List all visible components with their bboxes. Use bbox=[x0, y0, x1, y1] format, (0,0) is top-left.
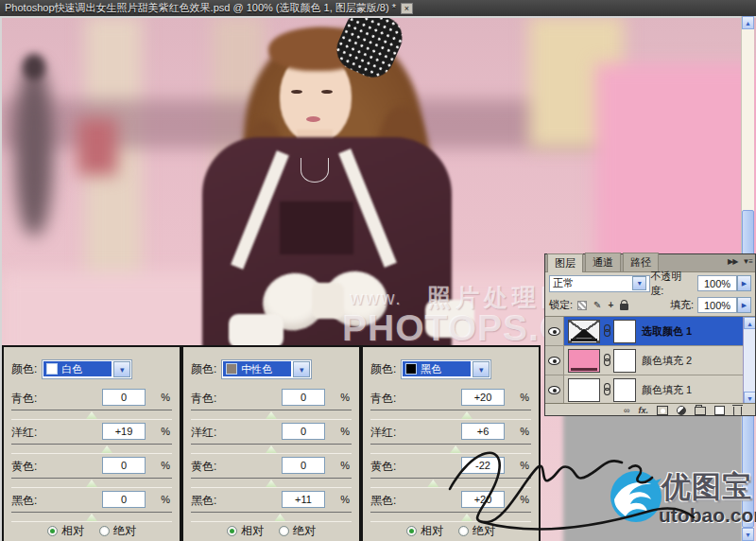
absolute-radio[interactable]: 绝对 bbox=[99, 523, 136, 539]
cyan-slider[interactable] bbox=[11, 410, 172, 420]
lock-paint-icon[interactable]: ✎ bbox=[593, 300, 601, 310]
slider-thumb[interactable] bbox=[86, 514, 97, 521]
percent-label: % bbox=[340, 426, 350, 437]
cyan-input[interactable] bbox=[282, 389, 325, 406]
tab-channels[interactable]: 通道 bbox=[585, 253, 621, 271]
canvas-top-edge bbox=[0, 16, 756, 18]
layers-scrollbar[interactable]: ▲ ▼ bbox=[743, 317, 755, 403]
radio-icon bbox=[99, 526, 110, 536]
layer-mask-thumbnail[interactable] bbox=[613, 378, 636, 402]
yellow-slider[interactable] bbox=[11, 478, 172, 488]
add-layer-mask-icon[interactable] bbox=[657, 406, 668, 415]
close-icon[interactable]: × bbox=[401, 3, 413, 14]
chevron-down-icon[interactable]: ▾ bbox=[632, 276, 646, 290]
black-input[interactable] bbox=[282, 491, 325, 508]
radio-selected-icon bbox=[406, 526, 417, 536]
selective-color-panel-whites: 颜色: 白色 ▾ 青色:% 洋红:% 黄色:% 黑色:% 相对 绝对 bbox=[2, 345, 181, 541]
slider-thumb[interactable] bbox=[266, 445, 277, 453]
slider-thumb[interactable] bbox=[427, 480, 438, 487]
opacity-value[interactable]: 100% bbox=[697, 275, 737, 291]
black-slider[interactable] bbox=[11, 512, 172, 522]
watermark-www: www. bbox=[350, 288, 403, 309]
slider-thumb[interactable] bbox=[86, 480, 97, 487]
photo-background-pink-wall bbox=[595, 63, 756, 281]
color-dropdown-selection: 中性色 bbox=[223, 361, 291, 376]
magenta-input[interactable] bbox=[282, 423, 325, 440]
link-layers-icon[interactable]: ∞ bbox=[624, 406, 629, 415]
color-dropdown-selection: 黑色 bbox=[403, 361, 471, 376]
yellow-label: 黄色: bbox=[11, 459, 37, 475]
visibility-toggle[interactable] bbox=[545, 346, 564, 375]
blend-mode-dropdown[interactable]: 正常 ▾ bbox=[549, 275, 650, 292]
lock-transparency-icon[interactable] bbox=[577, 301, 587, 310]
scroll-down-icon[interactable]: ▼ bbox=[744, 392, 755, 403]
layer-row-color-fill-1[interactable]: 颜色填充 1 bbox=[545, 375, 755, 403]
chevron-down-icon[interactable]: ▾ bbox=[472, 361, 490, 377]
chevron-down-icon[interactable]: ▾ bbox=[293, 361, 310, 377]
fill-value[interactable]: 100% bbox=[697, 297, 737, 313]
color-dropdown[interactable]: 黑色 ▾ bbox=[401, 359, 491, 379]
layer-style-icon[interactable]: fx. bbox=[638, 406, 648, 415]
slider-thumb[interactable] bbox=[274, 514, 285, 521]
slider-thumb[interactable] bbox=[266, 411, 277, 419]
signature-scribble bbox=[444, 430, 699, 539]
visibility-toggle[interactable] bbox=[545, 375, 564, 403]
layer-row-color-fill-2[interactable]: 颜色填充 2 bbox=[545, 346, 755, 375]
yellow-slider[interactable] bbox=[191, 478, 352, 488]
photo-woman-necklace bbox=[301, 158, 329, 183]
tab-layers[interactable]: 图层 bbox=[547, 253, 583, 272]
cyan-input[interactable] bbox=[102, 389, 146, 406]
photo-red-figure bbox=[77, 118, 117, 175]
relative-radio[interactable]: 相对 bbox=[47, 523, 84, 539]
cyan-slider[interactable] bbox=[191, 410, 352, 420]
yellow-input[interactable] bbox=[102, 457, 146, 474]
panel-menu-icon[interactable]: ▼≡ bbox=[742, 257, 752, 266]
relative-radio[interactable]: 相对 bbox=[227, 523, 264, 539]
visibility-toggle[interactable] bbox=[545, 317, 564, 345]
layer-row-selective-color[interactable]: 选取颜色 1 bbox=[545, 317, 755, 346]
scroll-up-icon[interactable]: ▲ bbox=[744, 317, 755, 329]
black-label: 黑色: bbox=[370, 493, 396, 509]
layer-mask-thumbnail[interactable] bbox=[613, 349, 636, 373]
magenta-slider[interactable] bbox=[11, 444, 172, 454]
relative-radio[interactable]: 相对 bbox=[406, 523, 443, 539]
slider-thumb[interactable] bbox=[461, 411, 472, 419]
magenta-slider[interactable] bbox=[191, 444, 352, 454]
scroll-up-icon[interactable]: ▲ bbox=[742, 16, 754, 29]
fill-spinner-icon[interactable]: ▶ bbox=[737, 297, 751, 313]
slider-thumb[interactable] bbox=[101, 445, 112, 453]
black-label: 黑色: bbox=[11, 493, 37, 509]
magenta-input[interactable] bbox=[102, 423, 146, 440]
chevron-down-icon[interactable]: ▾ bbox=[113, 361, 130, 377]
black-slider[interactable] bbox=[191, 512, 352, 522]
absolute-radio[interactable]: 绝对 bbox=[279, 523, 316, 539]
black-input[interactable] bbox=[102, 491, 146, 508]
new-adjustment-layer-icon[interactable] bbox=[677, 406, 686, 415]
new-group-icon[interactable] bbox=[695, 407, 706, 415]
document-title-bar[interactable]: Photoshop快速调出女生照片甜美紫红色效果.psd @ 100% (选取颜… bbox=[0, 0, 756, 16]
delete-layer-icon[interactable] bbox=[733, 407, 742, 416]
panel-expand-icon[interactable]: ▶▶ bbox=[728, 257, 737, 266]
yellow-input[interactable] bbox=[282, 457, 325, 474]
color-dropdown-selection: 白色 bbox=[43, 361, 112, 376]
layer-mask-thumbnail[interactable] bbox=[613, 320, 636, 343]
photo-woman-eye bbox=[321, 90, 333, 94]
photoshop-window: Photoshop快速调出女生照片甜美紫红色效果.psd @ 100% (选取颜… bbox=[0, 0, 756, 541]
adjustment-layer-thumbnail[interactable] bbox=[568, 320, 600, 343]
slider-thumb[interactable] bbox=[266, 480, 277, 487]
layer-name: 颜色填充 1 bbox=[642, 383, 692, 397]
color-dropdown[interactable]: 中性色 ▾ bbox=[221, 359, 312, 379]
radio-selected-icon bbox=[47, 526, 58, 536]
lock-all-icon[interactable] bbox=[620, 304, 628, 310]
percent-label: % bbox=[161, 460, 170, 471]
lock-move-icon[interactable]: + bbox=[608, 300, 613, 310]
slider-thumb[interactable] bbox=[86, 411, 97, 419]
fill-layer-thumbnail[interactable] bbox=[568, 349, 600, 373]
fill-layer-thumbnail[interactable] bbox=[568, 378, 600, 402]
mask-link-icon bbox=[603, 383, 610, 396]
cyan-slider[interactable] bbox=[370, 410, 531, 420]
new-layer-icon[interactable] bbox=[714, 406, 725, 415]
cyan-input[interactable] bbox=[461, 389, 505, 406]
opacity-spinner-icon[interactable]: ▶ bbox=[737, 275, 751, 291]
color-dropdown[interactable]: 白色 ▾ bbox=[42, 359, 132, 379]
